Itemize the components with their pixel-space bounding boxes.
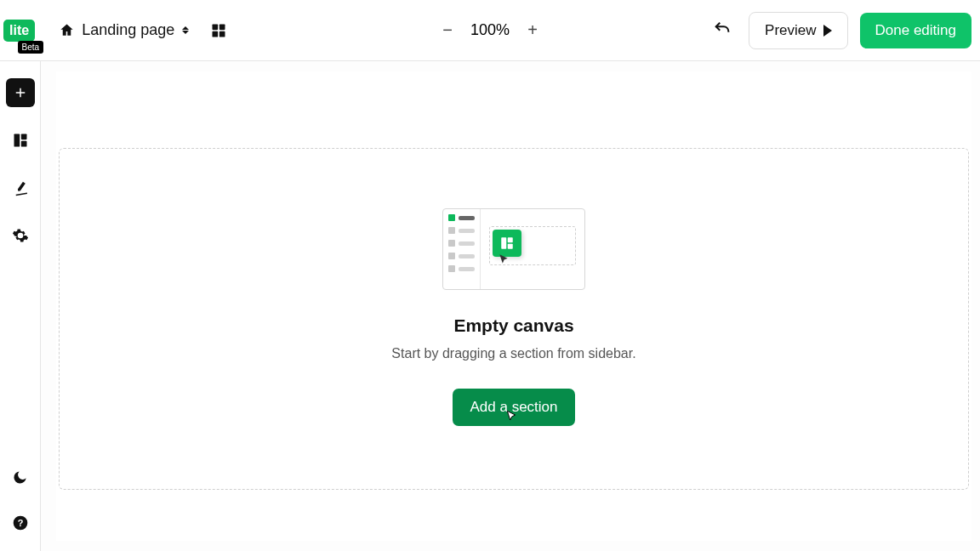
play-icon <box>823 25 832 37</box>
dashboard-icon[interactable] <box>210 22 227 39</box>
svg-rect-4 <box>14 134 20 147</box>
zoom-control: − 100% + <box>438 21 542 40</box>
sidebar-add[interactable] <box>6 78 35 107</box>
sidebar-layouts[interactable] <box>6 126 35 155</box>
svg-text:?: ? <box>17 518 23 528</box>
svg-rect-6 <box>20 141 26 147</box>
canvas-area: Empty canvas Start by dragging a section… <box>41 61 980 551</box>
home-icon <box>59 22 75 38</box>
zoom-level: 100% <box>470 21 510 39</box>
zoom-in-button[interactable]: + <box>523 21 542 40</box>
svg-rect-0 <box>213 24 219 30</box>
empty-subtitle: Start by dragging a section from sidebar… <box>391 346 635 361</box>
svg-rect-10 <box>508 237 513 242</box>
done-editing-button[interactable]: Done editing <box>860 13 971 48</box>
page-name: Landing page <box>82 21 174 39</box>
zoom-out-button[interactable]: − <box>438 21 457 40</box>
logo-text: lite <box>3 20 35 42</box>
sidebar: ? <box>0 61 41 551</box>
undo-button[interactable] <box>708 14 737 47</box>
svg-rect-3 <box>219 31 225 37</box>
svg-rect-1 <box>219 24 225 30</box>
topbar: lite Beta Landing page − 100% + Preview … <box>0 0 980 61</box>
sidebar-help[interactable]: ? <box>6 508 35 537</box>
preview-button[interactable]: Preview <box>749 12 847 49</box>
done-label: Done editing <box>875 22 956 39</box>
sidebar-styles[interactable] <box>6 173 35 202</box>
svg-rect-11 <box>508 244 513 249</box>
cursor-icon <box>498 253 510 269</box>
cursor-icon <box>504 410 518 428</box>
svg-rect-9 <box>501 237 506 249</box>
empty-illustration <box>442 208 585 290</box>
page-selector[interactable]: Landing page <box>54 16 195 44</box>
logo[interactable]: lite Beta <box>3 20 35 42</box>
svg-rect-5 <box>20 134 26 140</box>
logo-badge: Beta <box>18 41 44 54</box>
preview-label: Preview <box>765 22 816 39</box>
canvas-page: Empty canvas Start by dragging a section… <box>56 71 971 541</box>
empty-state: Empty canvas Start by dragging a section… <box>59 148 969 490</box>
empty-title: Empty canvas <box>453 315 573 336</box>
svg-rect-2 <box>213 31 219 37</box>
chevron-up-down-icon <box>181 26 190 35</box>
sidebar-settings[interactable] <box>6 221 35 250</box>
sidebar-dark-mode[interactable] <box>6 463 35 491</box>
header-actions: Preview Done editing <box>708 12 971 49</box>
add-section-button[interactable]: Add a section <box>453 389 574 426</box>
